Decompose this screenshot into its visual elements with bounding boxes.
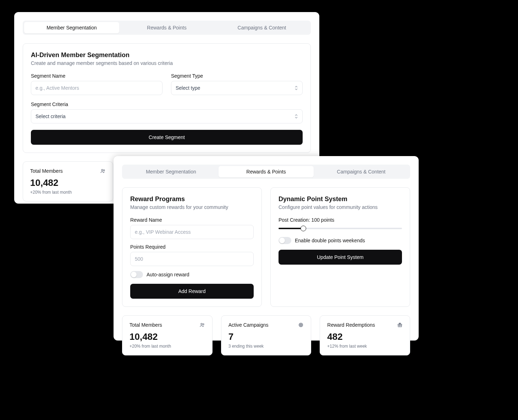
add-reward-button[interactable]: Add Reward: [130, 284, 254, 299]
tab-rewards[interactable]: Rewards & Points: [219, 166, 314, 177]
segment-type-select[interactable]: Select type: [171, 81, 303, 95]
users-icon: [199, 322, 205, 328]
slider-thumb[interactable]: [301, 226, 306, 231]
stat-note: +20% from last month: [30, 190, 106, 195]
target-icon: [298, 322, 304, 328]
segment-name-input[interactable]: [31, 81, 162, 95]
double-points-switch[interactable]: [279, 237, 291, 244]
stat-value: 482: [327, 331, 403, 342]
stat-active-campaigns: Active Campaigns 7 3 ending this week: [221, 315, 312, 355]
points-required-input[interactable]: [130, 252, 254, 266]
tab-segmentation[interactable]: Member Segmentation: [123, 166, 219, 177]
segmentation-card: AI-Driven Member Segmentation Create and…: [23, 43, 311, 153]
tabs: Member Segmentation Rewards & Points Cam…: [23, 21, 311, 35]
stat-label: Active Campaigns: [228, 322, 269, 328]
point-system-card: Dynamic Point System Configure point val…: [270, 187, 410, 307]
stat-label: Total Members: [30, 168, 63, 174]
stat-note: 3 ending this week: [228, 344, 304, 349]
segment-criteria-select[interactable]: Select criteria: [31, 109, 303, 123]
points-required-label: Points Required: [130, 244, 254, 250]
double-points-label: Enable double points weekends: [295, 238, 365, 243]
svg-point-11: [301, 325, 302, 325]
tab-campaigns[interactable]: Campaigns & Content: [214, 22, 309, 33]
stat-total-members: Total Members 10,482 +20% from last mont…: [23, 161, 113, 201]
stat-redemptions: Reward Redemptions 482 +12% from last we…: [320, 315, 410, 355]
card-title: Reward Programs: [130, 195, 254, 203]
segment-type-placeholder: Select type: [176, 85, 200, 91]
reward-name-input[interactable]: [130, 225, 254, 239]
segment-criteria-label: Segment Criteria: [31, 101, 303, 107]
tabs: Member Segmentation Rewards & Points Cam…: [122, 165, 410, 179]
stat-note: +12% from last week: [327, 344, 403, 349]
stat-value: 10,482: [130, 331, 205, 342]
stat-value: 7: [228, 331, 304, 342]
stat-label: Total Members: [130, 322, 162, 328]
segment-criteria-placeholder: Select criteria: [35, 114, 66, 119]
create-segment-button[interactable]: Create Segment: [31, 130, 303, 145]
card-subtitle: Create and manage member segments based …: [31, 60, 303, 66]
update-point-system-button[interactable]: Update Point System: [279, 250, 402, 265]
post-creation-label: Post Creation: 100 points: [279, 217, 402, 223]
card-subtitle: Manage custom rewards for your community: [130, 204, 254, 210]
svg-point-0: [101, 169, 103, 171]
rewards-panel: Member Segmentation Rewards & Points Cam…: [114, 156, 419, 341]
svg-point-1: [103, 170, 104, 171]
tab-rewards[interactable]: Rewards & Points: [119, 22, 214, 33]
card-title: AI-Driven Member Segmentation: [31, 51, 303, 59]
svg-point-7: [201, 323, 202, 325]
chevron-up-down-icon: [294, 114, 298, 119]
stat-note: +20% from last month: [130, 344, 205, 349]
users-icon: [100, 168, 106, 174]
auto-assign-label: Auto-assign reward: [147, 272, 189, 277]
stat-label: Reward Redemptions: [327, 322, 375, 328]
card-title: Dynamic Point System: [279, 195, 402, 203]
segment-type-label: Segment Type: [171, 73, 303, 79]
post-creation-slider[interactable]: [279, 226, 402, 231]
card-subtitle: Configure point values for community act…: [279, 204, 402, 210]
auto-assign-switch[interactable]: [130, 271, 143, 278]
segment-name-label: Segment Name: [31, 73, 162, 79]
chevron-up-down-icon: [294, 85, 298, 90]
svg-point-8: [203, 324, 204, 325]
stat-total-members: Total Members 10,482 +20% from last mont…: [122, 315, 213, 355]
reward-name-label: Reward Name: [130, 217, 254, 223]
tab-segmentation[interactable]: Member Segmentation: [24, 22, 119, 33]
stat-value: 10,482: [30, 177, 106, 188]
reward-programs-card: Reward Programs Manage custom rewards fo…: [122, 187, 262, 307]
gift-icon: [397, 322, 403, 328]
tab-campaigns[interactable]: Campaigns & Content: [314, 166, 409, 177]
